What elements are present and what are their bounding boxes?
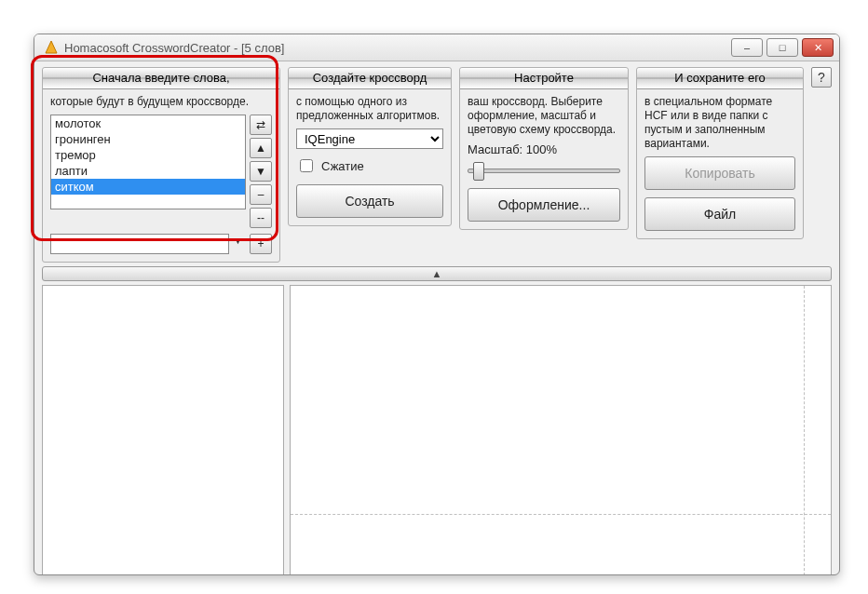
help-button[interactable]: ? [811, 67, 832, 88]
list-item-selected[interactable]: ситком [51, 179, 245, 195]
panel-create-header: Создайте кроссворд [289, 68, 451, 89]
svg-marker-0 [46, 41, 57, 53]
maximize-button[interactable]: □ [766, 38, 798, 57]
splitter-grip-icon: ▲ [432, 268, 442, 279]
sort-button[interactable]: ⇄ [250, 115, 272, 135]
remove-all-button[interactable]: -- [250, 208, 272, 228]
list-item[interactable]: молоток [51, 115, 245, 131]
add-word-button[interactable]: + [250, 234, 272, 254]
remove-button[interactable]: – [250, 184, 272, 205]
compress-label: Сжатие [321, 159, 364, 173]
compress-checkbox-row[interactable]: Сжатие [296, 156, 443, 175]
algorithm-select[interactable]: IQEngine [296, 128, 443, 149]
panel-settings: Настройте ваш кроссворд. Выберите оформл… [459, 67, 629, 230]
top-panels-row: Сначала введите слова, которые будут в б… [34, 61, 839, 266]
side-pane [42, 285, 284, 575]
canvas-pane[interactable] [290, 285, 832, 575]
app-window: Homacosoft CrosswordCreator - [5 слов] –… [34, 34, 840, 575]
move-up-button[interactable]: ▲ [250, 138, 272, 158]
guide-horizontal [291, 514, 831, 515]
panel-words: Сначала введите слова, которые будут в б… [42, 67, 280, 263]
file-button[interactable]: Файл [644, 197, 795, 231]
window-buttons: – □ ✕ [731, 38, 834, 57]
workspace [42, 285, 832, 575]
guide-vertical [804, 286, 805, 575]
panel-save-desc: в специальном формате HCF или в виде пап… [644, 95, 795, 151]
panel-words-header: Сначала введите слова, [43, 68, 279, 89]
panel-create: Создайте кроссворд с помощью одного из п… [288, 67, 452, 226]
copy-button[interactable]: Копировать [644, 156, 795, 190]
scale-slider[interactable] [468, 160, 620, 179]
close-button[interactable]: ✕ [802, 38, 834, 57]
slider-thumb[interactable] [473, 162, 484, 181]
list-item[interactable]: тремор [51, 147, 245, 163]
window-title: Homacosoft CrosswordCreator - [5 слов] [64, 41, 731, 55]
titlebar: Homacosoft CrosswordCreator - [5 слов] –… [34, 34, 839, 61]
list-item[interactable]: лапти [51, 163, 245, 179]
compress-checkbox[interactable] [300, 159, 313, 172]
scale-label: Масштаб: 100% [468, 142, 620, 156]
create-button[interactable]: Создать [296, 184, 443, 218]
panel-words-desc: которые будут в будущем кроссворде. [50, 95, 272, 109]
panel-save-header: И сохраните его [637, 68, 803, 89]
splitter-bar[interactable]: ▲ [42, 266, 832, 281]
panel-settings-desc: ваш кроссворд. Выберите оформление, масш… [468, 95, 620, 137]
word-input[interactable] [50, 234, 229, 254]
list-item[interactable]: гронинген [51, 131, 245, 147]
minimize-button[interactable]: – [731, 38, 763, 57]
chevron-down-icon: ▼ [234, 236, 242, 246]
word-list[interactable]: молоток гронинген тремор лапти ситком [50, 115, 246, 209]
move-down-button[interactable]: ▼ [250, 161, 272, 182]
slider-track [468, 169, 620, 173]
panel-save: И сохраните его в специальном формате HC… [636, 67, 804, 239]
panel-create-desc: с помощью одного из предложенных алгорит… [296, 95, 443, 123]
style-button[interactable]: Оформление... [468, 188, 620, 222]
panel-settings-header: Настройте [460, 68, 628, 89]
app-icon [44, 40, 59, 55]
